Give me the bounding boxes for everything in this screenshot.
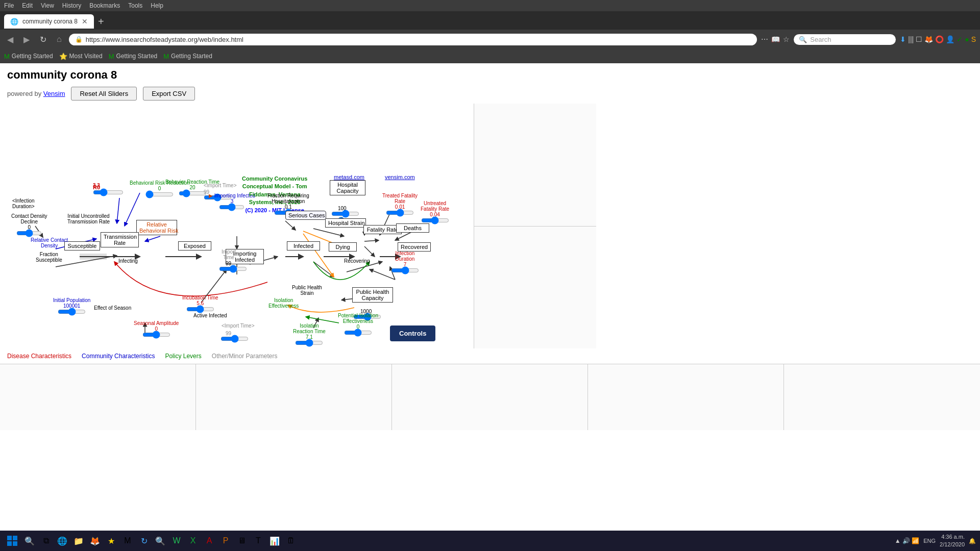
import-time-bottom-slider[interactable]: [220, 336, 249, 342]
import-time-mid-slider[interactable]: [219, 266, 247, 272]
nav-icons: ⋯ 📖 ☆: [761, 35, 790, 43]
incubation-time-slider[interactable]: [186, 306, 214, 312]
menu-help[interactable]: Help: [151, 2, 163, 9]
effect-of-season-label: Effect of Season: [94, 305, 131, 311]
menu-bookmarks[interactable]: Bookmarks: [89, 2, 120, 9]
main-layout: R0 3.3 Behavioral Risk Reduction 0 Behav…: [0, 104, 980, 348]
page-title: community corona 8: [0, 63, 980, 84]
new-tab-button[interactable]: +: [98, 16, 104, 28]
tab-close-button[interactable]: ✕: [82, 17, 88, 26]
legend-other[interactable]: Other/Minor Parameters: [212, 353, 278, 360]
deaths-node[interactable]: Deaths: [396, 223, 429, 233]
isolation-reaction-time-label: IsolationReaction Time 7.1: [293, 323, 326, 347]
seasonal-amplitude-slider[interactable]: [142, 332, 170, 338]
fxa-icon[interactable]: 👤: [946, 35, 954, 43]
r0-value: 3.3: [93, 183, 124, 188]
extension1-icon[interactable]: ✓: [957, 35, 963, 43]
svg-line-10: [303, 234, 334, 277]
legend-disease[interactable]: Disease Characteristics: [7, 353, 71, 360]
serious-cases-node[interactable]: Serious Cases: [285, 211, 326, 220]
exposed-node[interactable]: Exposed: [178, 241, 211, 251]
treated-fatality-rate-label: Treated FatalityRate 0.01: [382, 193, 418, 217]
infection-duration-label: InfectionDuration 7: [391, 251, 419, 274]
tab-title: community corona 8: [22, 18, 78, 25]
infected-node[interactable]: Infected: [287, 241, 320, 251]
potential-isolation-slider[interactable]: [344, 330, 372, 336]
url-text: https://www.insearchofsteadystate.org/we…: [86, 36, 243, 43]
isolation-effectiveness-label: IsolationEffectiveness: [268, 297, 299, 309]
right-panel: [474, 104, 596, 348]
legend-policy[interactable]: Policy Levers: [165, 353, 201, 360]
treated-fatality-slider[interactable]: [386, 210, 414, 216]
contact-density-slider[interactable]: [16, 230, 42, 236]
library-icon[interactable]: |||: [908, 35, 914, 43]
metasd-link[interactable]: metasd.com: [334, 174, 364, 180]
menu-edit[interactable]: Edit: [22, 2, 33, 9]
menu-view[interactable]: View: [41, 2, 54, 9]
infecting-label: Infecting: [118, 258, 138, 264]
reload-button[interactable]: ↻: [37, 34, 50, 45]
back-button[interactable]: ◀: [4, 34, 16, 45]
behavior-reaction-time-slider[interactable]: [179, 190, 207, 196]
pocket-icon[interactable]: ⭕: [935, 35, 944, 43]
bookmarks-bar: M Getting Started ⭐ Most Visited M Getti…: [0, 49, 980, 63]
home-button[interactable]: ⌂: [54, 34, 65, 45]
import-time-mid-label: ImportTime: [222, 249, 236, 260]
search-bar[interactable]: 🔍 Search: [794, 34, 896, 45]
menu-tools[interactable]: Tools: [128, 2, 142, 9]
bookmark-getting-started-1[interactable]: M Getting Started: [4, 53, 53, 60]
contact-density-decline-label: <InfectionDuration>: [12, 198, 35, 209]
grid-cell-5: [784, 364, 980, 430]
hospital-capacity-node[interactable]: HospitalCapacity: [330, 180, 365, 195]
url-bar[interactable]: 🔒 https://www.insearchofsteadystate.org/…: [69, 34, 757, 45]
menu-file[interactable]: File: [4, 2, 14, 9]
download-icon[interactable]: ⬇: [900, 35, 906, 43]
isolation-reaction-time-slider[interactable]: [295, 340, 323, 346]
more-options-icon[interactable]: ⋯: [761, 35, 768, 43]
vensim-link-diagram[interactable]: vensim.com: [385, 174, 415, 180]
public-health-strain-label: Public HealthStrain: [292, 285, 322, 296]
imported-infections-slider[interactable]: [219, 204, 244, 210]
legend-community[interactable]: Community Characteristics: [82, 353, 155, 360]
fraction-susceptible-label: FractionSusceptible: [36, 252, 62, 263]
untreated-fatality-slider[interactable]: [421, 217, 449, 223]
vensim-link[interactable]: Vensim: [43, 90, 65, 97]
hospital-capacity-slider[interactable]: [331, 211, 359, 217]
lock-icon: 🔒: [75, 36, 83, 43]
bookmark-star-icon[interactable]: ☆: [783, 35, 790, 43]
grid-cell-2: [196, 364, 392, 430]
menu-bar: File Edit View History Bookmarks Tools H…: [0, 0, 980, 11]
right-panel-top: [474, 104, 596, 227]
diagram-area: R0 3.3 Behavioral Risk Reduction 0 Behav…: [7, 104, 467, 348]
hospital-strain-node[interactable]: Hospital Strain: [325, 218, 366, 228]
infection-duration-slider[interactable]: [391, 267, 419, 273]
menu-history[interactable]: History: [62, 2, 81, 9]
controls-button[interactable]: Controls: [390, 325, 435, 341]
extension3-icon[interactable]: S: [971, 35, 976, 43]
susceptible-node[interactable]: Susceptible: [64, 241, 100, 251]
transmission-rate-node[interactable]: TransmissionRate: [101, 232, 139, 247]
initial-population-label: Initial Population 100001: [53, 297, 90, 316]
reset-sliders-button[interactable]: Reset All Sliders: [71, 87, 137, 101]
relative-behavioral-risk-node[interactable]: RelativeBehavioral Risk: [136, 220, 177, 235]
toolbar: powered by Vensim Reset All Sliders Expo…: [0, 84, 980, 104]
firefox-icon[interactable]: 🦊: [924, 35, 933, 43]
reader-mode-icon[interactable]: 📖: [771, 35, 780, 43]
bookmark-most-visited[interactable]: ⭐ Most Visited: [59, 53, 103, 60]
bookmark-getting-started-2[interactable]: M Getting Started: [109, 53, 158, 60]
public-health-capacity-node[interactable]: Public HealthCapacity: [352, 287, 393, 303]
bookmark-icon-1: M: [4, 53, 10, 60]
r0-slider[interactable]: [93, 189, 124, 195]
export-csv-button[interactable]: Export CSV: [143, 87, 195, 101]
browser-tab[interactable]: 🌐 community corona 8 ✕: [4, 14, 94, 29]
relative-contact-density-label: Relative ContactDensity: [31, 237, 68, 248]
initial-population-slider[interactable]: [58, 309, 86, 315]
recovering-label: Recovering: [344, 258, 370, 264]
bookmark-getting-started-3[interactable]: M Getting Started: [163, 53, 212, 60]
forward-button[interactable]: ▶: [20, 34, 33, 45]
container-icon[interactable]: ☐: [916, 35, 922, 43]
dying-node[interactable]: Dying: [329, 242, 357, 252]
import-time-top-label: <Import Time>: [204, 183, 236, 188]
extension2-icon[interactable]: ●: [965, 35, 969, 43]
recovered-node[interactable]: Recovered: [398, 242, 431, 252]
